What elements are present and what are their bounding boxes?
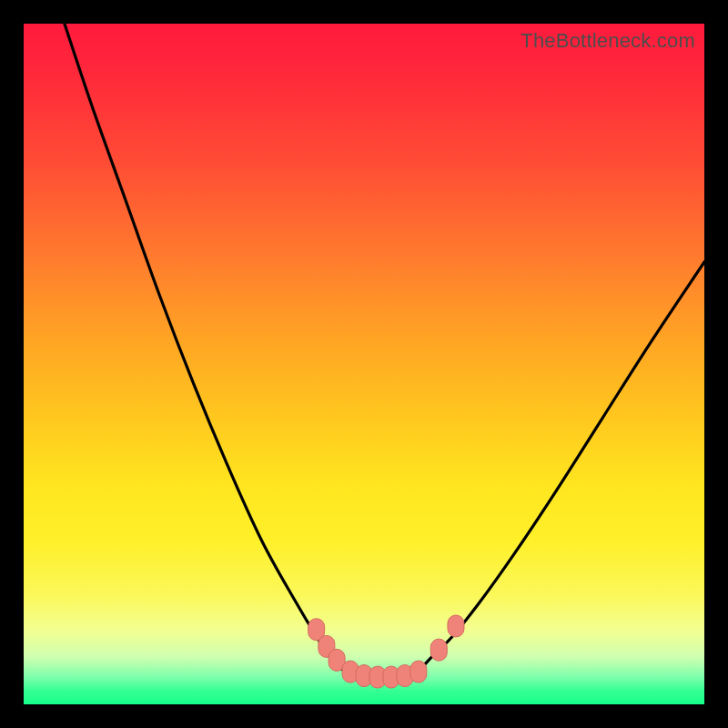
chart-frame: TheBottleneck.com <box>0 0 728 728</box>
valley-markers <box>308 615 464 688</box>
valley-marker <box>448 615 464 637</box>
curve-svg <box>24 24 704 704</box>
valley-marker <box>410 661 427 682</box>
bottleneck-curve <box>65 24 704 678</box>
plot-area: TheBottleneck.com <box>24 24 704 704</box>
valley-marker <box>430 639 447 661</box>
